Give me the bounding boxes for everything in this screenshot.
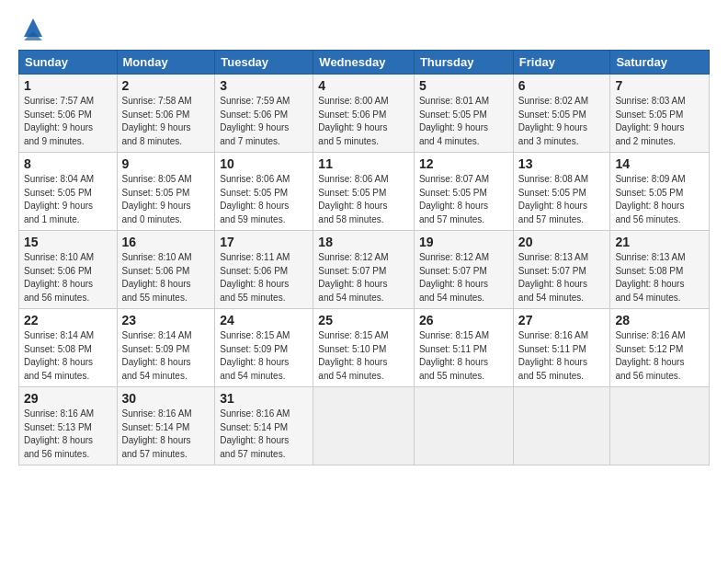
logo-icon <box>20 15 46 40</box>
calendar-day-cell: 28Sunrise: 8:16 AM Sunset: 5:12 PM Dayli… <box>610 309 710 387</box>
day-number: 7 <box>615 78 704 93</box>
calendar-day-cell: 15Sunrise: 8:10 AM Sunset: 5:06 PM Dayli… <box>19 231 118 309</box>
calendar-day-cell: 31Sunrise: 8:16 AM Sunset: 5:14 PM Dayli… <box>215 387 313 465</box>
day-number: 17 <box>220 235 308 249</box>
calendar-week-row: 29Sunrise: 8:16 AM Sunset: 5:13 PM Dayli… <box>19 387 710 465</box>
weekday-header: Friday <box>513 51 610 75</box>
day-number: 14 <box>615 156 704 171</box>
calendar-day-cell: 18Sunrise: 8:12 AM Sunset: 5:07 PM Dayli… <box>313 231 415 309</box>
calendar-header: SundayMondayTuesdayWednesdayThursdayFrid… <box>19 51 710 75</box>
day-info: Sunrise: 8:13 AM Sunset: 5:08 PM Dayligh… <box>615 251 704 304</box>
day-info: Sunrise: 8:00 AM Sunset: 5:06 PM Dayligh… <box>318 95 409 148</box>
day-info: Sunrise: 8:14 AM Sunset: 5:09 PM Dayligh… <box>122 329 210 383</box>
day-number: 23 <box>122 313 210 327</box>
weekday-header: Sunday <box>19 51 118 75</box>
calendar-day-cell: 12Sunrise: 8:07 AM Sunset: 5:05 PM Dayli… <box>414 153 513 231</box>
calendar-table: SundayMondayTuesdayWednesdayThursdayFrid… <box>18 50 710 465</box>
day-number: 25 <box>318 313 409 327</box>
day-number: 12 <box>419 156 508 171</box>
calendar-day-cell <box>414 387 513 465</box>
weekday-header: Tuesday <box>215 51 313 75</box>
calendar-day-cell <box>313 387 415 465</box>
day-info: Sunrise: 8:14 AM Sunset: 5:08 PM Dayligh… <box>24 329 112 383</box>
day-info: Sunrise: 7:58 AM Sunset: 5:06 PM Dayligh… <box>122 95 210 148</box>
weekday-header: Saturday <box>610 51 710 75</box>
calendar-day-cell: 25Sunrise: 8:15 AM Sunset: 5:10 PM Dayli… <box>313 309 415 387</box>
weekday-header: Wednesday <box>313 51 415 75</box>
calendar-day-cell: 5Sunrise: 8:01 AM Sunset: 5:05 PM Daylig… <box>414 75 513 153</box>
day-info: Sunrise: 8:10 AM Sunset: 5:06 PM Dayligh… <box>24 251 112 304</box>
calendar-day-cell: 30Sunrise: 8:16 AM Sunset: 5:14 PM Dayli… <box>117 387 215 465</box>
calendar-day-cell: 6Sunrise: 8:02 AM Sunset: 5:05 PM Daylig… <box>513 75 610 153</box>
page: SundayMondayTuesdayWednesdayThursdayFrid… <box>0 0 728 563</box>
calendar-day-cell: 14Sunrise: 8:09 AM Sunset: 5:05 PM Dayli… <box>610 153 710 231</box>
weekday-header: Thursday <box>414 51 513 75</box>
day-info: Sunrise: 8:04 AM Sunset: 5:05 PM Dayligh… <box>24 173 112 226</box>
calendar-body: 1Sunrise: 7:57 AM Sunset: 5:06 PM Daylig… <box>19 75 710 465</box>
day-number: 21 <box>615 235 704 249</box>
day-number: 15 <box>24 235 112 249</box>
day-number: 6 <box>518 78 606 93</box>
calendar-day-cell: 13Sunrise: 8:08 AM Sunset: 5:05 PM Dayli… <box>513 153 610 231</box>
day-number: 1 <box>24 78 112 93</box>
day-number: 10 <box>220 156 308 171</box>
calendar-day-cell: 10Sunrise: 8:06 AM Sunset: 5:05 PM Dayli… <box>215 153 313 231</box>
day-info: Sunrise: 8:03 AM Sunset: 5:05 PM Dayligh… <box>615 95 704 148</box>
day-number: 28 <box>615 313 704 327</box>
day-info: Sunrise: 8:13 AM Sunset: 5:07 PM Dayligh… <box>518 251 606 304</box>
calendar-day-cell: 11Sunrise: 8:06 AM Sunset: 5:05 PM Dayli… <box>313 153 415 231</box>
day-number: 27 <box>518 313 606 327</box>
day-info: Sunrise: 7:57 AM Sunset: 5:06 PM Dayligh… <box>24 95 112 148</box>
calendar-day-cell: 19Sunrise: 8:12 AM Sunset: 5:07 PM Dayli… <box>414 231 513 309</box>
calendar-week-row: 22Sunrise: 8:14 AM Sunset: 5:08 PM Dayli… <box>19 309 710 387</box>
day-info: Sunrise: 8:15 AM Sunset: 5:10 PM Dayligh… <box>318 329 409 383</box>
calendar-day-cell: 8Sunrise: 8:04 AM Sunset: 5:05 PM Daylig… <box>19 153 118 231</box>
calendar-day-cell: 29Sunrise: 8:16 AM Sunset: 5:13 PM Dayli… <box>19 387 118 465</box>
day-info: Sunrise: 8:16 AM Sunset: 5:11 PM Dayligh… <box>518 329 606 383</box>
day-info: Sunrise: 8:12 AM Sunset: 5:07 PM Dayligh… <box>318 251 409 304</box>
calendar-week-row: 1Sunrise: 7:57 AM Sunset: 5:06 PM Daylig… <box>19 75 710 153</box>
calendar-week-row: 15Sunrise: 8:10 AM Sunset: 5:06 PM Dayli… <box>19 231 710 309</box>
day-info: Sunrise: 8:06 AM Sunset: 5:05 PM Dayligh… <box>318 173 409 226</box>
day-info: Sunrise: 8:07 AM Sunset: 5:05 PM Dayligh… <box>419 173 508 226</box>
day-number: 31 <box>220 391 308 406</box>
calendar-day-cell: 27Sunrise: 8:16 AM Sunset: 5:11 PM Dayli… <box>513 309 610 387</box>
calendar-day-cell: 2Sunrise: 7:58 AM Sunset: 5:06 PM Daylig… <box>117 75 215 153</box>
day-number: 11 <box>318 156 409 171</box>
day-number: 19 <box>419 235 508 249</box>
calendar-day-cell: 20Sunrise: 8:13 AM Sunset: 5:07 PM Dayli… <box>513 231 610 309</box>
day-number: 8 <box>24 156 112 171</box>
day-info: Sunrise: 8:15 AM Sunset: 5:11 PM Dayligh… <box>419 329 508 383</box>
day-info: Sunrise: 8:15 AM Sunset: 5:09 PM Dayligh… <box>220 329 308 383</box>
logo <box>18 15 46 40</box>
day-info: Sunrise: 8:09 AM Sunset: 5:05 PM Dayligh… <box>615 173 704 226</box>
calendar-day-cell <box>513 387 610 465</box>
day-number: 4 <box>318 78 409 93</box>
weekday-header: Monday <box>117 51 215 75</box>
day-info: Sunrise: 8:02 AM Sunset: 5:05 PM Dayligh… <box>518 95 606 148</box>
day-info: Sunrise: 8:10 AM Sunset: 5:06 PM Dayligh… <box>122 251 210 304</box>
weekday-row: SundayMondayTuesdayWednesdayThursdayFrid… <box>19 51 710 75</box>
calendar-week-row: 8Sunrise: 8:04 AM Sunset: 5:05 PM Daylig… <box>19 153 710 231</box>
calendar-day-cell: 26Sunrise: 8:15 AM Sunset: 5:11 PM Dayli… <box>414 309 513 387</box>
day-number: 22 <box>24 313 112 327</box>
calendar-day-cell: 16Sunrise: 8:10 AM Sunset: 5:06 PM Dayli… <box>117 231 215 309</box>
day-number: 30 <box>122 391 210 406</box>
calendar-day-cell: 9Sunrise: 8:05 AM Sunset: 5:05 PM Daylig… <box>117 153 215 231</box>
day-number: 13 <box>518 156 606 171</box>
calendar-day-cell: 1Sunrise: 7:57 AM Sunset: 5:06 PM Daylig… <box>19 75 118 153</box>
day-number: 18 <box>318 235 409 249</box>
calendar-day-cell: 7Sunrise: 8:03 AM Sunset: 5:05 PM Daylig… <box>610 75 710 153</box>
calendar-day-cell <box>610 387 710 465</box>
calendar-day-cell: 21Sunrise: 8:13 AM Sunset: 5:08 PM Dayli… <box>610 231 710 309</box>
day-info: Sunrise: 8:01 AM Sunset: 5:05 PM Dayligh… <box>419 95 508 148</box>
day-info: Sunrise: 8:16 AM Sunset: 5:14 PM Dayligh… <box>220 408 308 461</box>
day-number: 29 <box>24 391 112 406</box>
day-number: 24 <box>220 313 308 327</box>
day-number: 2 <box>122 78 210 93</box>
calendar-day-cell: 4Sunrise: 8:00 AM Sunset: 5:06 PM Daylig… <box>313 75 415 153</box>
calendar-day-cell: 3Sunrise: 7:59 AM Sunset: 5:06 PM Daylig… <box>215 75 313 153</box>
calendar-day-cell: 17Sunrise: 8:11 AM Sunset: 5:06 PM Dayli… <box>215 231 313 309</box>
day-info: Sunrise: 8:05 AM Sunset: 5:05 PM Dayligh… <box>122 173 210 226</box>
day-info: Sunrise: 8:16 AM Sunset: 5:13 PM Dayligh… <box>24 408 112 461</box>
